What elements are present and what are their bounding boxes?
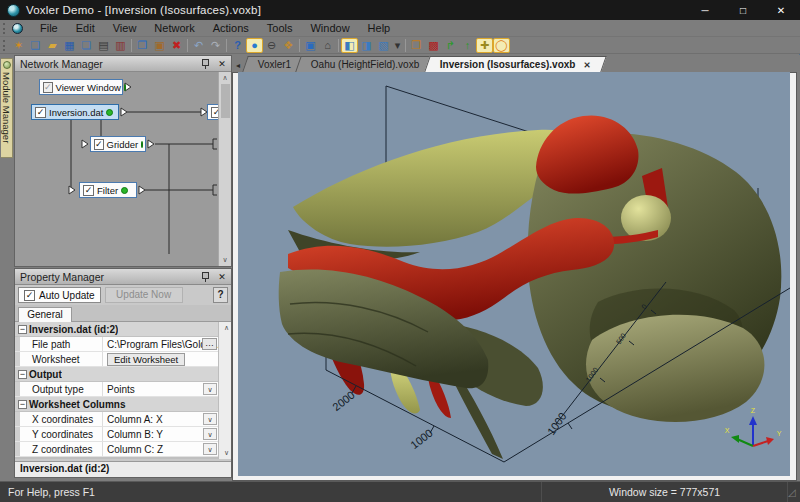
pin-icon[interactable] [201,58,210,69]
open-icon[interactable]: ▰ [44,38,61,53]
dropdown-icon[interactable]: ∨ [203,383,217,395]
maximize-button[interactable]: □ [724,0,762,20]
tab-close-icon[interactable]: ✕ [583,60,590,70]
section-inversion-dat[interactable]: − Inversion.dat (id:2) [15,322,218,337]
menu-network[interactable]: Network [145,20,203,36]
status-dot-icon [124,84,126,91]
print-icon[interactable]: ▤ [95,38,112,53]
network-edges [15,72,231,266]
menu-window[interactable]: Window [301,20,358,36]
node-inversion-dat[interactable]: ✓ Inversion.dat [31,104,119,120]
window-title: Voxler Demo - [Inversion (Isosurfaces).v… [26,4,261,16]
view-xy-icon[interactable]: ◧ [341,38,358,53]
menu-edit[interactable]: Edit [67,20,104,36]
update-now-button[interactable]: Update Now [105,287,183,303]
collapse-icon[interactable]: − [18,400,27,409]
status-dot-icon [121,187,128,194]
tab-inversion-isosurfaces[interactable]: Inversion (Isosurfaces).voxb✕ [424,56,606,72]
property-help-button[interactable]: ? [213,287,228,303]
minimize-button[interactable]: ─ [686,0,724,20]
node-label: Filter [97,185,118,196]
property-scrollbar[interactable]: ∧ ∨ [218,322,231,459]
dropdown-icon[interactable]: ∨ [203,413,217,425]
add-module-icon[interactable]: ❒ [408,38,425,53]
collapse-icon[interactable]: − [18,325,27,334]
property-manager-title: Property Manager [20,271,201,283]
page-setup-icon[interactable]: ▥ [112,38,129,53]
triad-y-label: Y [777,430,782,437]
document-icon[interactable] [12,23,23,34]
browse-button[interactable]: … [202,338,217,350]
menu-tools[interactable]: Tools [258,20,302,36]
scroll-up-icon[interactable]: ∧ [222,72,227,84]
view-yz-icon[interactable]: ▧ [375,38,392,53]
panel-close-icon[interactable]: ✕ [216,272,228,282]
property-row-z-coordinates: Z coordinates Column C: Z ∨ [15,442,218,457]
checkbox[interactable]: ✓ [24,290,35,301]
view-xz-icon[interactable]: ◨ [358,38,375,53]
connect-modules-icon[interactable]: ↱ [442,38,459,53]
collapse-icon[interactable]: − [18,370,27,379]
scroll-down-icon[interactable]: ∨ [222,254,227,266]
zoom-window-icon[interactable]: ▣ [302,38,319,53]
dropdown-icon[interactable]: ∨ [203,428,217,440]
auto-update-label: Auto Update [39,290,95,301]
tab-nav-left-icon[interactable]: ◂ [233,59,243,71]
copy-icon[interactable]: ❐ [134,38,151,53]
pan-icon[interactable]: ❖ [280,38,297,53]
free-rotate-icon[interactable]: ● [246,38,263,53]
view-presets-dropdown-icon[interactable]: ▾ [392,38,403,53]
module-manager-tab[interactable]: Module Manager [1,58,13,158]
redo-icon[interactable]: ↷ [207,38,224,53]
checkbox[interactable]: ✓ [35,107,46,118]
undo-icon[interactable]: ↶ [190,38,207,53]
checkbox[interactable]: ✓ [83,185,94,196]
paste-icon[interactable]: ▣ [151,38,168,53]
menu-file[interactable]: File [31,20,67,36]
delete-icon[interactable]: ✖ [168,38,185,53]
node-filter[interactable]: ✓ Filter [79,182,137,198]
menu-help[interactable]: Help [359,20,400,36]
new-network-icon[interactable]: ✶ [10,38,27,53]
orientation-ball-icon[interactable]: ◯ [493,38,510,53]
section-worksheet-columns[interactable]: − Worksheet Columns [15,397,218,412]
dropdown-icon[interactable]: ∨ [203,443,217,455]
checkbox[interactable]: ✓ [94,139,104,150]
status-bar: For Help, press F1 Window size = 777x571… [0,481,800,502]
network-scrollbar[interactable]: ∧ ∨ [218,72,231,266]
viewport-3d[interactable]: 2000 1000 1000 1000 500 0 Z X Y [238,72,790,476]
panel-close-icon[interactable]: ✕ [216,59,228,69]
menu-view[interactable]: View [104,20,146,36]
auto-update-checkbox[interactable]: ✓ Auto Update [18,287,101,303]
network-manager-title: Network Manager [20,58,201,70]
module-colormap-icon[interactable]: ▩ [425,38,442,53]
node-viewer-window[interactable]: ✓ Viewer Window [39,79,123,95]
scroll-thumb[interactable] [221,84,230,118]
checkbox[interactable]: ✓ [43,82,53,93]
tab-oahu-heightfield[interactable]: Oahu (HeightField).voxb [296,56,436,72]
edit-worksheet-button[interactable]: Edit Worksheet [107,353,185,366]
zoom-out-icon[interactable]: ⊖ [263,38,280,53]
node-gridder[interactable]: ✓ Gridder [90,136,146,152]
menu-actions[interactable]: Actions [204,20,258,36]
resize-grip-icon[interactable]: ◿ [788,482,800,502]
scroll-down-icon[interactable]: ∨ [224,449,229,457]
toolbar-grip [3,40,6,51]
show-axes-icon[interactable]: ✚ [476,38,493,53]
whats-this-help-icon[interactable]: ? [229,38,246,53]
toolbar-separator [299,39,300,52]
left-dock-strip: Module Manager [0,54,14,481]
network-canvas[interactable]: ✓ Viewer Window ✓ Inversion.dat ✓ Gridde… [15,72,231,266]
app-icon [7,4,20,17]
tab-general[interactable]: General [18,307,72,322]
close-button[interactable]: ✕ [762,0,800,20]
fit-to-window-icon[interactable]: ⌂ [319,38,336,53]
pin-icon[interactable] [201,271,210,282]
scroll-up-icon[interactable]: ∧ [224,324,229,332]
print-preview-icon[interactable]: ❏ [78,38,95,53]
section-output[interactable]: − Output [15,367,218,382]
new-document-icon[interactable]: ❑ [27,38,44,53]
y-coordinates-value: Column B: Y [107,429,163,440]
save-icon[interactable]: ▦ [61,38,78,53]
arrange-network-icon[interactable]: ↑ [459,38,476,53]
